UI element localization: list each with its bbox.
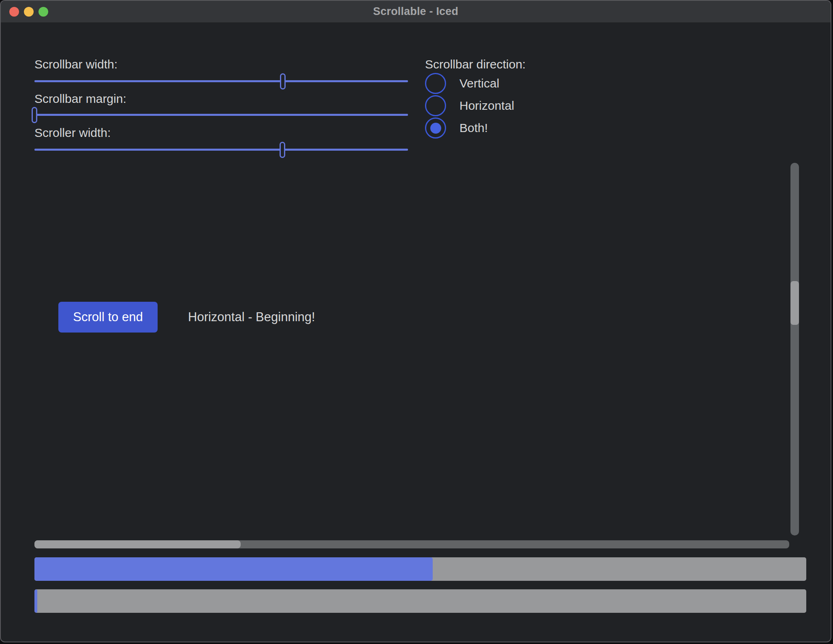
slider-handle[interactable] xyxy=(280,73,286,90)
radio-option-label[interactable]: Both! xyxy=(459,117,488,139)
zoom-button[interactable] xyxy=(38,7,48,17)
slider-rail[interactable] xyxy=(34,149,408,151)
slider-label: Scroller width: xyxy=(34,126,111,140)
vertical-scrollbar-thumb[interactable] xyxy=(790,281,799,325)
radio-option-label[interactable]: Horizontal xyxy=(459,95,514,116)
slider-label: Scrollbar margin: xyxy=(34,92,126,106)
vertical-scrollbar[interactable] xyxy=(790,163,799,535)
radio-both[interactable] xyxy=(425,117,446,139)
window-title: Scrollable - Iced xyxy=(373,5,458,18)
slider-rail[interactable] xyxy=(34,114,408,116)
radio-selected-dot xyxy=(430,123,441,134)
scroll-status-text: Horizontal - Beginning! xyxy=(188,302,315,333)
titlebar: Scrollable - Iced xyxy=(1,1,831,23)
progress-bar-track xyxy=(34,589,806,613)
horizontal-scrollbar[interactable] xyxy=(34,540,789,548)
horizontal-scrollbar-thumb[interactable] xyxy=(34,540,241,548)
scroll-to-end-button[interactable]: Scroll to end xyxy=(58,302,158,333)
radio-option-label[interactable]: Vertical xyxy=(459,73,499,94)
radio-vertical[interactable] xyxy=(425,73,446,94)
progress-bar-track xyxy=(34,557,806,581)
slider-rail[interactable] xyxy=(34,80,408,82)
minimize-button[interactable] xyxy=(24,7,34,17)
slider-handle[interactable] xyxy=(32,107,37,123)
radio-horizontal[interactable] xyxy=(425,95,446,116)
progress-bar-fill xyxy=(34,557,433,581)
close-button[interactable] xyxy=(9,7,19,17)
radio-group-label: Scrollbar direction: xyxy=(425,58,525,71)
slider-handle[interactable] xyxy=(280,142,285,158)
app-window: Scrollable - Iced Scrollbar width:Scroll… xyxy=(0,0,831,642)
progress-bar-fill xyxy=(34,589,37,613)
slider-label: Scrollbar width: xyxy=(34,58,117,71)
